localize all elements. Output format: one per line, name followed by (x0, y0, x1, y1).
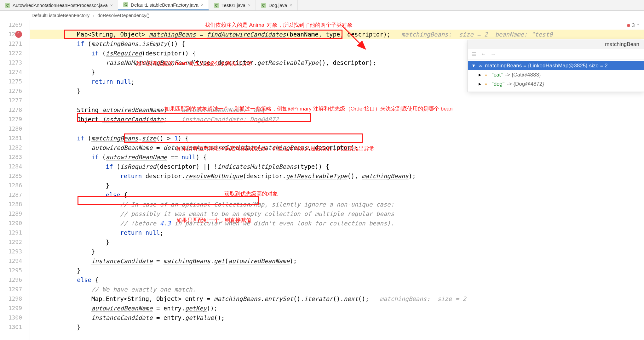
java-class-icon: C (123, 2, 128, 7)
tree-child-node[interactable]: ▸ ≡ "cat" -> {Cat@4883} (468, 70, 644, 79)
gutter[interactable]: 1269127012711272127312741275127612771278… (0, 20, 30, 340)
inline-debug-hint: autowiredBeanName: "dog" (167, 105, 268, 115)
map-key: "cat" (492, 72, 503, 78)
tab-label: Test01.java (221, 3, 245, 8)
debug-variable-popup[interactable]: matchingBean ☰ ← → ▾ ∞ matchingBeans = {… (468, 40, 644, 92)
nav-back-icon[interactable]: ← (481, 51, 486, 58)
code-line[interactable]: // possibly it was meant to be an empty … (30, 209, 644, 218)
code-line[interactable]: else { (30, 190, 644, 200)
code-line[interactable]: autowiredBeanName = determineAutowireCan… (30, 143, 644, 152)
tab-label: Dog.java (268, 3, 287, 8)
tab-file-1[interactable]: C DefaultListableBeanFactory.java × (118, 0, 209, 10)
map-value: -> {Cat@4883} (505, 72, 541, 78)
close-icon[interactable]: × (201, 2, 204, 7)
variable-tree[interactable]: ▾ ∞ matchingBeans = {LinkedHashMap@3825}… (468, 60, 644, 92)
var-name: matchingBeans = {LinkedHashMap@3825} siz… (485, 63, 608, 69)
tab-file-3[interactable]: C Dog.java × (256, 0, 297, 10)
code-line[interactable]: if (autowiredBeanName == null) { (30, 152, 644, 162)
code-line[interactable]: } (30, 322, 644, 332)
code-line[interactable]: if (isRequired(descriptor) || !indicates… (30, 162, 644, 171)
code-line[interactable]: instanceCandidate = entry.getValue(); (30, 313, 644, 322)
code-line[interactable]: Object instanceCandidate; instanceCandid… (30, 115, 644, 124)
caret-down-icon[interactable]: ▾ (472, 62, 476, 69)
close-icon[interactable]: × (248, 3, 250, 8)
tab-label: DefaultListableBeanFactory.java (131, 2, 198, 8)
code-line[interactable] (30, 124, 644, 133)
tab-label: AutowiredAnnotationBeanPostProcessor.jav… (13, 3, 108, 8)
code-line[interactable]: String autowiredBeanName; autowiredBeanN… (30, 105, 644, 115)
breadcrumb-class[interactable]: DefaultListableBeanFactory (32, 13, 89, 18)
nav-forward-icon[interactable]: → (491, 51, 496, 58)
caret-right-icon[interactable]: ▸ (479, 71, 482, 78)
code-line[interactable]: autowiredBeanName = entry.getKey(); (30, 303, 644, 313)
map-key: "dog" (492, 81, 504, 87)
popup-title: matchingBean (468, 40, 644, 49)
code-line[interactable]: // In case of an optional Collection/Map… (30, 200, 644, 209)
editor-area: 1269127012711272127312741275127612771278… (0, 20, 644, 340)
inline-debug-hint: matchingBeans: size = 2 (369, 294, 466, 303)
code-line[interactable] (30, 96, 644, 105)
chevron-right-icon: › (93, 13, 94, 18)
expand-tree-icon[interactable]: ☰ (472, 51, 476, 58)
tab-file-2[interactable]: C Test01.java × (209, 0, 256, 10)
code-line[interactable]: Map.Entry<String, Object> entry = matchi… (30, 294, 644, 303)
code-line[interactable]: instanceCandidate = matchingBeans.get(au… (30, 256, 644, 266)
inline-debug-hint: matchingBeans: size = 2 beanName: "test0 (391, 30, 553, 39)
map-entry-icon: ≡ (485, 72, 487, 77)
breakpoint-icon[interactable] (15, 31, 22, 38)
close-icon[interactable]: × (290, 3, 292, 8)
code-line[interactable]: // (before 4.3 in particular when we did… (30, 218, 644, 228)
editor-tabs: C AutowiredAnnotationBeanPostProcessor.j… (0, 0, 644, 11)
code-line[interactable]: return descriptor.resolveNotUnique(descr… (30, 171, 644, 181)
code-line[interactable]: Map<String, Object> matchingBeans = find… (30, 30, 644, 39)
code-line[interactable]: } (30, 266, 644, 275)
code-line[interactable]: } (30, 247, 644, 256)
code-line[interactable]: return null; (30, 228, 644, 237)
breadcrumb-method[interactable]: doResolveDependency() (97, 13, 149, 18)
map-entry-icon: ≡ (485, 82, 487, 86)
tree-root-node[interactable]: ▾ ∞ matchingBeans = {LinkedHashMap@3825}… (468, 61, 644, 70)
tree-child-node[interactable]: ▸ ≡ "dog" -> {Dog@4872} (468, 79, 644, 88)
code-line[interactable]: if (matchingBeans.size() > 1) { (30, 133, 644, 143)
line-numbers: 1269127012711272127312741275127612771278… (9, 20, 22, 332)
inline-debug-hint: instanceCandidate: Dog@4872 (167, 115, 279, 124)
close-icon[interactable]: × (110, 3, 113, 8)
popup-toolbar: ☰ ← → (468, 49, 644, 60)
caret-right-icon[interactable]: ▸ (479, 81, 482, 87)
map-value: -> {Dog@4872} (507, 81, 544, 87)
java-class-icon: C (214, 3, 219, 8)
java-class-icon: C (261, 3, 266, 8)
tab-file-0[interactable]: C AutowiredAnnotationBeanPostProcessor.j… (0, 0, 118, 10)
code-line[interactable]: else { (30, 275, 644, 285)
java-class-icon: C (5, 3, 10, 8)
code-line[interactable]: // We have exactly one match. (30, 285, 644, 294)
code-line[interactable]: } (30, 237, 644, 247)
object-ref-icon: ∞ (479, 63, 482, 69)
breadcrumb: DefaultListableBeanFactory › doResolveDe… (0, 11, 644, 20)
code-line[interactable] (30, 20, 644, 30)
code-line[interactable]: } (30, 181, 644, 190)
